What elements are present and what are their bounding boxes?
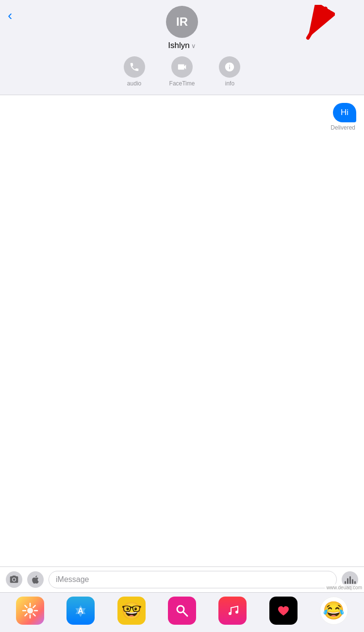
camera-button[interactable] xyxy=(6,571,22,588)
back-button[interactable]: ‹ xyxy=(8,9,12,22)
input-placeholder: iMessage xyxy=(56,575,89,584)
info-label: info xyxy=(225,80,234,87)
svg-line-10 xyxy=(25,614,27,615)
svg-line-13 xyxy=(183,612,187,616)
avatar: IR xyxy=(166,6,198,38)
conversation-header: ‹ IR Ishlyn ∨ audio FaceTime xyxy=(0,0,364,95)
dock-music-app[interactable] xyxy=(218,597,247,625)
message-text-input[interactable]: iMessage xyxy=(49,571,337,588)
svg-line-1 xyxy=(308,8,326,38)
message-text: Hi xyxy=(341,108,348,117)
info-icon xyxy=(219,56,240,78)
contact-name-row[interactable]: Ishlyn ∨ xyxy=(168,41,196,50)
info-action-button[interactable]: info xyxy=(219,56,240,87)
svg-point-15 xyxy=(235,611,238,614)
message-area: Hi Delivered xyxy=(0,95,364,498)
dock-memoji-app[interactable]: 🤓 xyxy=(117,597,146,625)
dock-heart-app[interactable] xyxy=(269,597,298,625)
action-buttons-row: audio FaceTime info xyxy=(124,56,241,87)
svg-point-2 xyxy=(27,608,33,614)
svg-text:A: A xyxy=(78,607,84,615)
message-list: Hi Delivered xyxy=(0,95,364,131)
dock-appstore-app[interactable]: A xyxy=(66,597,95,625)
waveform-icon xyxy=(345,575,356,584)
app-dock: A 🤓 😂 xyxy=(0,592,364,632)
audio-label: audio xyxy=(127,80,141,87)
sent-message-bubble: Hi xyxy=(333,103,356,122)
delivery-status: Delivered xyxy=(331,124,355,131)
facetime-action-button[interactable]: FaceTime xyxy=(169,56,195,87)
dock-photos-app[interactable] xyxy=(16,597,44,625)
audio-icon xyxy=(124,56,145,78)
facetime-label: FaceTime xyxy=(169,80,195,87)
message-input-bar: iMessage xyxy=(0,566,364,592)
facetime-icon xyxy=(171,56,193,78)
chevron-down-icon: ∨ xyxy=(191,42,196,50)
contact-name-label: Ishlyn xyxy=(168,41,189,50)
svg-line-8 xyxy=(33,614,35,615)
annotation-arrow xyxy=(277,5,335,53)
appstore-button[interactable] xyxy=(27,571,44,588)
svg-point-14 xyxy=(229,612,232,615)
dock-reddit-app[interactable]: 😂 xyxy=(320,597,348,625)
svg-line-7 xyxy=(25,605,27,607)
watermark: www.deuaq.com xyxy=(325,584,364,591)
audio-action-button[interactable]: audio xyxy=(124,56,145,87)
dock-qwant-app[interactable] xyxy=(168,597,196,625)
svg-line-9 xyxy=(33,605,35,607)
